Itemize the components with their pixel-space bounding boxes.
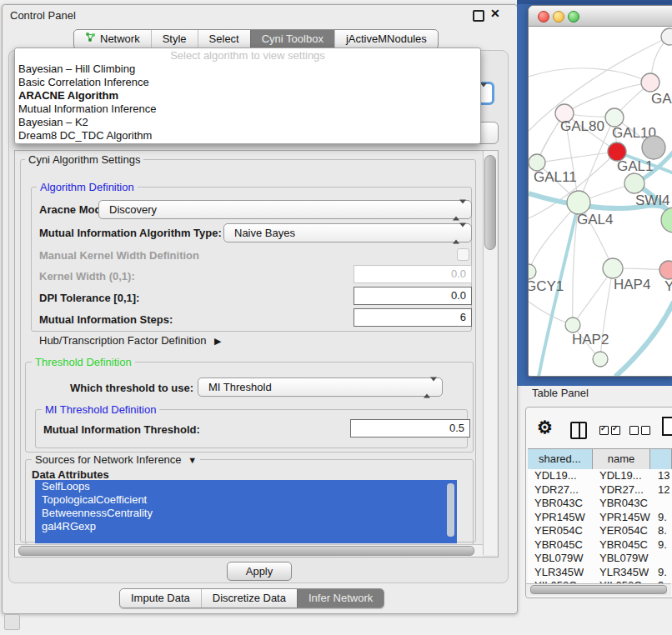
tab-jactivemnodules[interactable]: jActiveMNodules bbox=[334, 30, 438, 48]
kernel-width-value: 0.0 bbox=[451, 268, 466, 280]
column-header[interactable] bbox=[650, 449, 672, 469]
table-cell: YPR145W bbox=[599, 511, 650, 525]
table-row[interactable]: YBR043CYBR043C bbox=[528, 497, 672, 511]
mi-threshold-value: 0.5 bbox=[449, 422, 464, 434]
column-header[interactable]: name bbox=[593, 449, 651, 469]
table-row[interactable]: YER054CYER054C8. bbox=[528, 524, 672, 538]
select-columns-icon[interactable] bbox=[599, 426, 620, 435]
table-row[interactable]: YLR345WYLR345W9. bbox=[528, 566, 672, 580]
minimize-window-icon[interactable] bbox=[553, 11, 564, 22]
network-node[interactable] bbox=[593, 352, 608, 367]
float-window-icon[interactable] bbox=[473, 10, 484, 22]
mi-steps-value: 6 bbox=[460, 311, 466, 323]
table-cell: YER054C bbox=[534, 524, 583, 538]
kernel-width-label: Kernel Width (0,1): bbox=[39, 270, 135, 282]
attribute-item[interactable]: BetweennessCentrality bbox=[35, 507, 457, 520]
table-horizontal-scrollbar-thumb[interactable] bbox=[530, 585, 667, 594]
dpi-tolerance-value: 0.0 bbox=[451, 289, 466, 302]
tab-network[interactable]: Network bbox=[74, 30, 151, 48]
mi-threshold-field[interactable]: 0.5 bbox=[350, 419, 470, 438]
threshold-definition-title: Threshold Definition bbox=[32, 356, 135, 368]
data-attributes-label: Data Attributes bbox=[32, 468, 109, 481]
table-row[interactable]: YBR045CYBR045C9. bbox=[528, 538, 672, 552]
mi-algorithm-type-combobox[interactable]: Naive Bayes bbox=[223, 223, 472, 242]
minimized-panel-icon[interactable] bbox=[4, 614, 20, 630]
table-row[interactable]: YPR145WYPR145W9. bbox=[528, 511, 672, 525]
network-node-hap2[interactable] bbox=[565, 318, 580, 332]
apply-button-label: Apply bbox=[246, 565, 273, 578]
zoom-window-icon[interactable] bbox=[568, 11, 579, 22]
network-node-swi4[interactable] bbox=[624, 173, 644, 193]
dpi-tolerance-label: DPI Tolerance [0,1]: bbox=[39, 292, 139, 304]
hub-definition-toggle[interactable]: Hub/Transcription Factor Definition ▶ bbox=[39, 334, 221, 347]
network-edge[interactable] bbox=[529, 68, 650, 82]
node-label: HAP2 bbox=[572, 332, 609, 348]
algorithm-option[interactable]: Mutual Information Inference bbox=[15, 102, 480, 116]
manual-kernel-width-checkbox[interactable] bbox=[457, 248, 469, 261]
network-edge[interactable] bbox=[537, 152, 617, 162]
algorithm-option[interactable]: ARACNE Algorithm bbox=[15, 89, 480, 102]
network-view-window: GALGAL80GAL10GAL1GAL11SWI4GAL4GCY1HAP4YH… bbox=[528, 5, 672, 377]
settings-vertical-scrollbar-thumb[interactable] bbox=[484, 155, 496, 250]
apply-button[interactable]: Apply bbox=[227, 562, 292, 581]
attribute-item[interactable]: TopologicalCoefficient bbox=[35, 493, 457, 507]
sources-group-header[interactable]: Sources for Network Inference ▼ bbox=[32, 453, 200, 466]
network-edge[interactable] bbox=[564, 82, 650, 113]
table-cell: YLR345W bbox=[599, 566, 649, 580]
network-node-gal4[interactable] bbox=[567, 191, 590, 214]
column-header[interactable]: shared... bbox=[528, 449, 593, 469]
tab-discretize-data[interactable]: Discretize Data bbox=[201, 589, 297, 608]
algorithm-option[interactable]: Bayesian – Hill Climbing bbox=[15, 62, 480, 76]
network-node[interactable] bbox=[642, 136, 665, 159]
tab-select[interactable]: Select bbox=[198, 30, 250, 48]
mi-steps-field[interactable]: 6 bbox=[354, 308, 472, 327]
table-row[interactable]: YDL19...YDL19...13 bbox=[528, 469, 672, 483]
network-canvas[interactable]: GALGAL80GAL10GAL1GAL11SWI4GAL4GCY1HAP4YH… bbox=[529, 27, 672, 376]
algorithm-option[interactable]: Basic Correlation Inference bbox=[15, 76, 480, 89]
attribute-list-scrollbar-thumb[interactable] bbox=[447, 483, 454, 537]
tab-label: Infer Network bbox=[308, 589, 373, 608]
mi-algorithm-type-label: Mutual Information Algorithm Type: bbox=[39, 227, 222, 239]
split-table-icon[interactable] bbox=[570, 422, 587, 439]
table-cell: YPR145W bbox=[534, 511, 585, 525]
network-node[interactable] bbox=[661, 208, 672, 232]
network-window-titlebar[interactable] bbox=[529, 6, 672, 27]
table-cell: YDR27... bbox=[599, 483, 644, 498]
table-header-row: shared...name bbox=[528, 448, 672, 470]
network-node-gcy1[interactable] bbox=[529, 264, 536, 279]
network-node-y[interactable] bbox=[659, 261, 672, 279]
close-panel-icon[interactable]: ✕ bbox=[490, 7, 500, 20]
combo-stepper-icon bbox=[453, 201, 466, 218]
close-window-icon[interactable] bbox=[538, 11, 549, 22]
which-threshold-combobox[interactable]: MI Threshold bbox=[198, 378, 443, 397]
aracne-mode-combobox[interactable]: Discovery bbox=[98, 200, 472, 219]
table-row[interactable]: YBL079WYBL079W bbox=[528, 552, 672, 566]
network-node-gal10[interactable] bbox=[605, 108, 624, 127]
dpi-tolerance-field[interactable]: 0.0 bbox=[354, 287, 472, 305]
settings-horizontal-scrollbar-thumb[interactable] bbox=[18, 546, 474, 556]
table-cell: YDR27... bbox=[534, 483, 579, 498]
tab-infer-network[interactable]: Infer Network bbox=[297, 589, 384, 608]
kernel-width-field[interactable]: 0.0 bbox=[354, 265, 472, 283]
attribute-item[interactable]: gal4RGexp bbox=[35, 520, 457, 533]
algorithm-option[interactable]: Dream8 DC_TDC Algorithm bbox=[15, 129, 480, 142]
algorithm-dropdown-placeholder: Select algorithm to view settings bbox=[15, 48, 480, 62]
table-row[interactable]: YDR27...YDR27...12 bbox=[528, 483, 672, 498]
control-panel-title: Control Panel bbox=[10, 9, 76, 22]
network-node-gal11[interactable] bbox=[529, 154, 545, 171]
tab-style[interactable]: Style bbox=[151, 30, 198, 48]
document-icon[interactable] bbox=[662, 417, 672, 436]
attribute-item[interactable]: SelfLoops bbox=[35, 480, 457, 493]
bottom-tab-bar: Impute DataDiscretize DataInfer Network bbox=[119, 588, 384, 608]
network-node-hap4[interactable] bbox=[603, 258, 623, 278]
network-node-gal[interactable] bbox=[641, 73, 659, 92]
mi-algorithm-type-value: Naive Bayes bbox=[234, 227, 295, 239]
unselect-columns-icon[interactable] bbox=[629, 426, 650, 435]
tab-impute-data[interactable]: Impute Data bbox=[120, 589, 201, 608]
algorithm-option[interactable]: Bayesian – K2 bbox=[15, 116, 480, 129]
tab-cyni-toolbox[interactable]: Cyni Toolbox bbox=[250, 30, 334, 48]
settings-gear-icon[interactable]: ⚙ bbox=[537, 418, 553, 438]
node-label: GCY1 bbox=[529, 278, 564, 294]
network-edge[interactable] bbox=[615, 302, 672, 376]
network-node[interactable] bbox=[661, 28, 672, 45]
